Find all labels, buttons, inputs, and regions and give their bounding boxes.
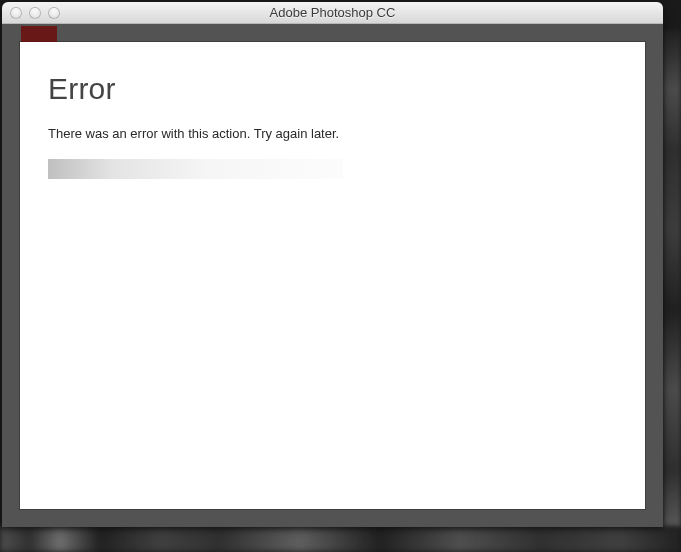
app-background-right-edge: [663, 30, 681, 527]
error-message-text: There was an error with this action. Try…: [48, 126, 617, 141]
error-heading: Error: [48, 72, 617, 106]
zoom-window-button[interactable]: [48, 7, 60, 19]
window-title: Adobe Photoshop CC: [2, 5, 663, 20]
minimize-window-button[interactable]: [29, 7, 41, 19]
window-controls: [2, 7, 60, 19]
dialog-frame: Error There was an error with this actio…: [2, 24, 663, 527]
window-titlebar[interactable]: Adobe Photoshop CC: [2, 2, 663, 24]
dialog-content: Error There was an error with this actio…: [19, 41, 646, 510]
close-window-button[interactable]: [10, 7, 22, 19]
placeholder-bar: [48, 159, 343, 179]
app-background-bottom-edge: [0, 527, 681, 552]
app-accent-strip: [21, 26, 57, 42]
modal-window: Adobe Photoshop CC Error There was an er…: [2, 2, 663, 527]
